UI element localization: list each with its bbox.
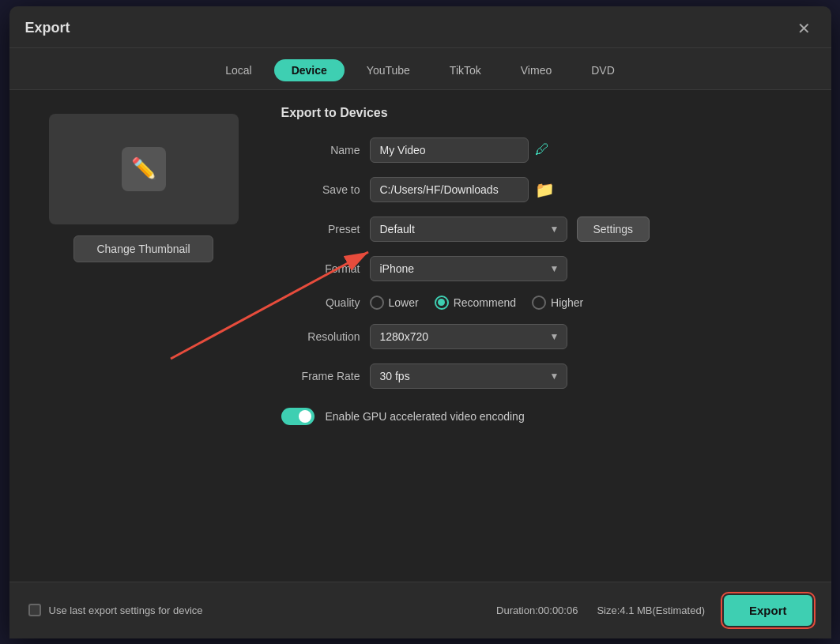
quality-lower-label: Lower xyxy=(389,296,419,309)
quality-recommend-label: Recommend xyxy=(454,296,516,309)
dialog-body: ✏️ Change Thumbnail Export to Devices Na… xyxy=(9,90,831,582)
footer-left: Use last export settings for device xyxy=(28,604,203,616)
close-button[interactable]: ✕ xyxy=(793,17,816,40)
thumbnail-preview: ✏️ xyxy=(49,114,239,224)
footer-right: Duration:00:00:06 Size:4.1 MB(Estimated)… xyxy=(496,595,812,626)
dialog-title: Export xyxy=(25,20,70,36)
quality-lower-radio[interactable] xyxy=(370,296,384,310)
quality-recommend-radio[interactable] xyxy=(435,296,449,310)
tab-bar: Local Device YouTube TikTok Vimeo DVD xyxy=(9,48,831,90)
frame-rate-select-wrap: 30 fps ▼ xyxy=(370,363,567,389)
tab-vimeo[interactable]: Vimeo xyxy=(503,59,569,81)
tab-device[interactable]: Device xyxy=(274,59,345,81)
name-label: Name xyxy=(281,144,360,156)
dialog-header: Export ✕ xyxy=(9,6,831,48)
last-settings-label: Use last export settings for device xyxy=(49,604,203,616)
tab-tiktok[interactable]: TikTok xyxy=(432,59,499,81)
thumbnail-edit-icon: ✏️ xyxy=(122,147,166,191)
name-row: Name 🖊 xyxy=(281,137,816,163)
format-select-wrap: iPhone ▼ xyxy=(370,256,567,281)
preset-row: Preset Default ▼ Settings xyxy=(281,217,816,242)
format-label: Format xyxy=(281,262,360,275)
resolution-select-wrap: 1280x720 ▼ xyxy=(370,324,567,349)
save-to-input-row: 📁 xyxy=(370,177,555,202)
preset-select[interactable]: Default xyxy=(370,217,567,242)
toggle-thumb xyxy=(299,410,311,423)
size-info: Size:4.1 MB(Estimated) xyxy=(597,604,705,616)
gpu-label: Enable GPU accelerated video encoding xyxy=(326,410,525,423)
change-thumbnail-button[interactable]: Change Thumbnail xyxy=(73,235,213,262)
frame-rate-row: Frame Rate 30 fps ▼ xyxy=(281,363,816,389)
quality-label: Quality xyxy=(281,296,360,309)
quality-options: Lower Recommend Higher xyxy=(370,296,584,310)
frame-rate-label: Frame Rate xyxy=(281,370,360,382)
save-to-label: Save to xyxy=(281,183,360,196)
quality-higher-label: Higher xyxy=(551,296,583,309)
quality-row: Quality Lower Recommend Higher xyxy=(281,296,816,310)
last-settings-checkbox[interactable] xyxy=(28,604,41,616)
thumbnail-panel: ✏️ Change Thumbnail xyxy=(25,106,262,582)
gpu-row: Enable GPU accelerated video encoding xyxy=(281,408,816,425)
format-select[interactable]: iPhone xyxy=(370,256,567,281)
export-button[interactable]: Export xyxy=(724,595,812,626)
gpu-toggle[interactable] xyxy=(281,408,315,425)
preset-select-wrap: Default ▼ xyxy=(370,217,567,242)
resolution-select[interactable]: 1280x720 xyxy=(370,324,567,349)
tab-dvd[interactable]: DVD xyxy=(574,59,632,81)
settings-panel: Export to Devices Name 🖊 Save to 📁 Pr xyxy=(281,106,816,582)
dialog-footer: Use last export settings for device Dura… xyxy=(9,582,831,638)
ai-icon[interactable]: 🖊 xyxy=(535,141,549,158)
preset-label: Preset xyxy=(281,223,360,235)
quality-higher-option[interactable]: Higher xyxy=(532,296,583,310)
settings-button[interactable]: Settings xyxy=(577,217,650,242)
resolution-row: Resolution 1280x720 ▼ xyxy=(281,324,816,349)
name-input-row: 🖊 xyxy=(370,137,549,163)
section-title: Export to Devices xyxy=(281,106,816,120)
save-to-row: Save to 📁 xyxy=(281,177,816,202)
folder-icon[interactable]: 📁 xyxy=(535,180,555,199)
save-to-input[interactable] xyxy=(370,177,529,202)
resolution-label: Resolution xyxy=(281,330,360,343)
frame-rate-select[interactable]: 30 fps xyxy=(370,363,567,389)
tab-local[interactable]: Local xyxy=(208,59,269,81)
tab-youtube[interactable]: YouTube xyxy=(349,59,428,81)
quality-recommend-option[interactable]: Recommend xyxy=(435,296,516,310)
name-input[interactable] xyxy=(370,137,529,163)
format-row: Format iPhone ▼ xyxy=(281,256,816,281)
duration-info: Duration:00:00:06 xyxy=(496,604,578,616)
export-dialog: Export ✕ Local Device YouTube TikTok Vim… xyxy=(9,6,831,638)
quality-lower-option[interactable]: Lower xyxy=(370,296,419,310)
quality-higher-radio[interactable] xyxy=(532,296,546,310)
